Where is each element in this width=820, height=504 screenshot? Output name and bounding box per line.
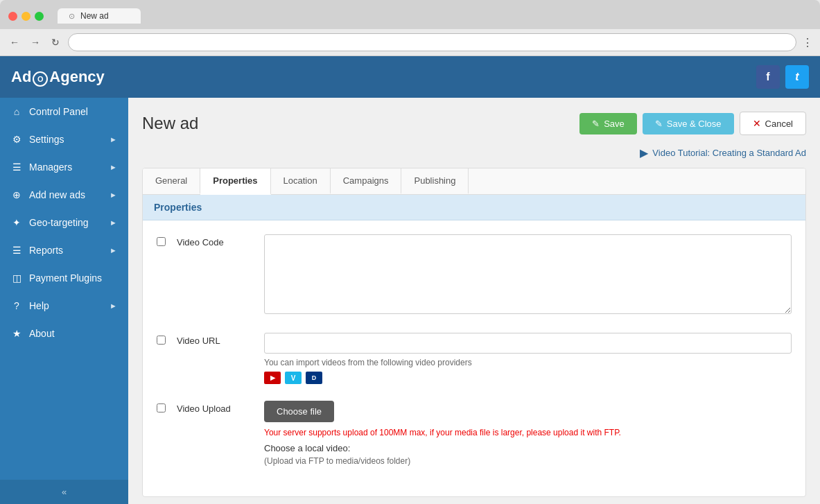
section-body: Video Code Video URL xyxy=(143,220,805,496)
video-upload-checkbox[interactable] xyxy=(157,403,166,412)
app-header: AdOAgency f t xyxy=(0,56,820,98)
window-close-button[interactable] xyxy=(8,12,17,21)
sidebar-label-payment-plugins: Payment Plugins xyxy=(29,272,102,284)
sidebar-label-about: About xyxy=(29,328,55,339)
reports-arrow-icon: ► xyxy=(110,246,117,254)
save-label: Save xyxy=(604,119,625,129)
back-button[interactable]: ← xyxy=(7,35,22,49)
video-url-input[interactable] xyxy=(264,333,792,354)
sidebar-item-add-new-ads[interactable]: ⊕ Add new ads ► xyxy=(0,181,128,209)
settings-icon: ⚙ xyxy=(11,134,22,145)
twitter-button[interactable]: t xyxy=(785,65,809,89)
section-header: Properties xyxy=(143,195,805,220)
form-row-video-upload: Video Upload Choose file Your server sup… xyxy=(157,401,792,466)
video-tutorial-label: Video Tutorial: Creating a Standard Ad xyxy=(652,148,806,158)
window-maximize-button[interactable] xyxy=(35,12,44,21)
video-provider-icons: ▶ V D xyxy=(264,372,792,384)
save-close-icon: ✎ xyxy=(655,119,663,129)
sidebar-item-help[interactable]: ? Help ► xyxy=(0,292,128,320)
sidebar-collapse-button[interactable]: « xyxy=(0,480,128,504)
video-tutorial-icon: ▶ xyxy=(640,146,648,159)
content-area: New ad ✎ Save ✎ Save & Close ✕ Cancel xyxy=(128,98,820,504)
managers-icon: ☰ xyxy=(11,162,22,173)
help-arrow-icon: ► xyxy=(110,302,117,310)
local-video-label: Choose a local video: xyxy=(264,443,792,453)
browser-menu-button[interactable]: ⋮ xyxy=(802,36,813,49)
tab-publishing[interactable]: Publishing xyxy=(401,168,469,194)
video-url-help: You can import videos from the following… xyxy=(264,358,792,367)
sidebar: ⌂ Control Panel ⚙ Settings ► ☰ Managers xyxy=(0,98,128,504)
sidebar-item-settings[interactable]: ⚙ Settings ► xyxy=(0,125,128,153)
geo-targeting-arrow-icon: ► xyxy=(110,218,117,227)
address-bar[interactable] xyxy=(68,33,796,51)
section-title: Properties xyxy=(154,202,202,213)
tabs: General Properties Location Campaigns Pu xyxy=(143,168,805,195)
sidebar-item-payment-plugins[interactable]: ◫ Payment Plugins xyxy=(0,264,128,292)
video-url-control: You can import videos from the following… xyxy=(264,333,792,384)
youtube-icon: ▶ xyxy=(264,372,281,384)
page-title: New ad xyxy=(142,114,198,133)
tab-location[interactable]: Location xyxy=(271,168,331,194)
save-button[interactable]: ✎ Save xyxy=(579,113,637,134)
properties-panel: Properties Video Code xyxy=(143,195,805,496)
save-close-button[interactable]: ✎ Save & Close xyxy=(643,113,734,134)
home-icon: ⌂ xyxy=(11,106,22,117)
forward-button[interactable]: → xyxy=(28,35,43,49)
vimeo-icon: V xyxy=(285,372,302,384)
tab-container: General Properties Location Campaigns Pu xyxy=(142,168,806,497)
about-icon: ★ xyxy=(11,328,22,339)
page-header: New ad ✎ Save ✎ Save & Close ✕ Cancel xyxy=(142,112,806,135)
video-code-textarea[interactable] xyxy=(264,234,792,314)
form-row-video-code: Video Code xyxy=(157,234,792,316)
video-upload-control: Choose file Your server supports upload … xyxy=(264,401,792,466)
tab-properties[interactable]: Properties xyxy=(200,168,270,195)
settings-arrow-icon: ► xyxy=(110,135,117,144)
managers-arrow-icon: ► xyxy=(110,163,117,171)
tab-label: New ad xyxy=(80,11,109,21)
geo-targeting-icon: ✦ xyxy=(11,217,22,228)
ftp-hint: (Upload via FTP to media/videos folder) xyxy=(264,456,792,466)
cancel-label: Cancel xyxy=(765,119,793,129)
sidebar-item-about[interactable]: ★ About xyxy=(0,320,128,347)
upload-error-text: Your server supports upload of 100MM max… xyxy=(264,428,792,437)
sidebar-label-add-new-ads: Add new ads xyxy=(29,189,85,200)
sidebar-item-geo-targeting[interactable]: ✦ Geo-targeting ► xyxy=(0,209,128,236)
facebook-button[interactable]: f xyxy=(756,65,780,89)
add-new-ads-icon: ⊕ xyxy=(11,189,22,200)
choose-file-button[interactable]: Choose file xyxy=(264,401,334,422)
sidebar-label-geo-targeting: Geo-targeting xyxy=(29,217,89,228)
video-tutorial-link[interactable]: ▶ Video Tutorial: Creating a Standard Ad xyxy=(142,146,806,159)
cancel-button[interactable]: ✕ Cancel xyxy=(740,112,806,135)
sidebar-label-help: Help xyxy=(29,300,49,311)
help-icon: ? xyxy=(11,300,22,311)
app-logo: AdOAgency xyxy=(11,68,105,87)
tab-campaigns[interactable]: Campaigns xyxy=(331,168,402,194)
form-row-video-url: Video URL You can import videos from the… xyxy=(157,333,792,384)
reload-button[interactable]: ↻ xyxy=(49,35,62,49)
reports-icon: ☰ xyxy=(11,245,22,256)
sidebar-item-control-panel[interactable]: ⌂ Control Panel xyxy=(0,98,128,125)
sidebar-item-managers[interactable]: ☰ Managers ► xyxy=(0,153,128,181)
collapse-icon: « xyxy=(62,487,67,497)
tab-general[interactable]: General xyxy=(143,168,200,194)
video-code-control xyxy=(264,234,792,316)
social-icons: f t xyxy=(756,65,809,89)
tab-icon: ⊙ xyxy=(69,12,75,21)
save-icon: ✎ xyxy=(592,119,600,129)
dailymotion-icon: D xyxy=(306,372,322,384)
cancel-icon: ✕ xyxy=(753,118,761,129)
video-code-checkbox[interactable] xyxy=(157,237,166,246)
window-minimize-button[interactable] xyxy=(21,12,30,21)
sidebar-label-managers: Managers xyxy=(29,162,72,173)
video-url-label: Video URL xyxy=(177,333,253,346)
sidebar-label-control-panel: Control Panel xyxy=(29,106,88,117)
sidebar-item-reports[interactable]: ☰ Reports ► xyxy=(0,236,128,264)
video-upload-label: Video Upload xyxy=(177,401,253,414)
sidebar-label-settings: Settings xyxy=(29,134,64,145)
add-new-ads-arrow-icon: ► xyxy=(110,191,117,199)
browser-tab[interactable]: ⊙ New ad xyxy=(58,8,141,24)
video-url-checkbox[interactable] xyxy=(157,336,166,345)
header-actions: ✎ Save ✎ Save & Close ✕ Cancel xyxy=(579,112,806,135)
sidebar-label-reports: Reports xyxy=(29,245,63,256)
save-close-label: Save & Close xyxy=(667,119,722,129)
